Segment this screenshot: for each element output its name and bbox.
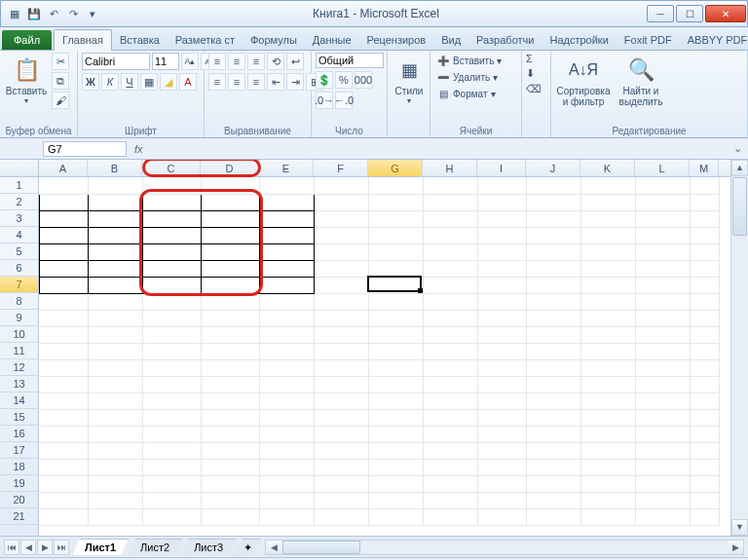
- name-box[interactable]: G7: [43, 141, 127, 157]
- worksheet[interactable]: ABCDEFGHIJKLM 12345678910111213141516171…: [0, 160, 748, 536]
- scroll-thumb[interactable]: [732, 177, 747, 236]
- align-middle-icon[interactable]: ≡: [228, 53, 245, 70]
- redo-icon[interactable]: ↷: [65, 6, 81, 21]
- file-tab[interactable]: Файл: [2, 30, 52, 50]
- tab-layout[interactable]: Разметка ст: [168, 30, 243, 50]
- format-painter-icon[interactable]: 🖌: [52, 92, 69, 109]
- wrap-text-icon[interactable]: ↩: [286, 53, 304, 70]
- autosum-icon[interactable]: Σ: [526, 53, 533, 64]
- align-right-icon[interactable]: ≡: [247, 73, 265, 91]
- undo-icon[interactable]: ↶: [46, 6, 61, 21]
- tab-home[interactable]: Главная: [54, 29, 112, 51]
- row-header-18[interactable]: 18: [0, 459, 38, 475]
- align-center-icon[interactable]: ≡: [228, 73, 245, 91]
- font-color-icon[interactable]: A: [179, 73, 197, 91]
- tab-insert[interactable]: Вставка: [112, 30, 168, 50]
- row-header-1[interactable]: 1: [0, 177, 38, 194]
- orientation-icon[interactable]: ⟲: [267, 53, 284, 70]
- col-header-M[interactable]: M: [690, 160, 719, 176]
- align-bottom-icon[interactable]: ≡: [247, 53, 265, 70]
- paste-button[interactable]: 📋 Вставить ▾: [4, 53, 49, 107]
- format-cells-button[interactable]: ▤Формат ▾: [434, 86, 498, 101]
- tab-foxit[interactable]: Foxit PDF: [617, 30, 680, 50]
- hscroll-thumb[interactable]: [282, 541, 360, 554]
- row-headers[interactable]: 123456789101112131415161718192021: [0, 177, 39, 536]
- bold-icon[interactable]: Ж: [82, 73, 99, 91]
- fill-icon[interactable]: ⬇: [526, 67, 535, 80]
- tab-review[interactable]: Рецензиров: [359, 30, 434, 50]
- row-header-21[interactable]: 21: [0, 508, 38, 525]
- sheet-tab-2[interactable]: Лист2: [128, 539, 182, 555]
- row-header-20[interactable]: 20: [0, 492, 38, 508]
- row-header-3[interactable]: 3: [0, 210, 38, 227]
- scroll-down-icon[interactable]: ▼: [731, 519, 748, 536]
- tab-view[interactable]: Вид: [433, 30, 468, 50]
- row-header-4[interactable]: 4: [0, 227, 38, 243]
- row-header-10[interactable]: 10: [0, 326, 38, 343]
- scroll-left-icon[interactable]: ◀: [266, 541, 281, 554]
- row-header-13[interactable]: 13: [0, 376, 38, 392]
- vertical-scrollbar[interactable]: ▲ ▼: [730, 160, 748, 536]
- row-header-6[interactable]: 6: [0, 260, 38, 277]
- row-header-15[interactable]: 15: [0, 409, 38, 426]
- insert-cells-button[interactable]: ➕Вставить ▾: [434, 53, 504, 68]
- align-top-icon[interactable]: ≡: [208, 53, 226, 70]
- sort-filter-button[interactable]: А↓Я Сортировка и фильтр: [555, 53, 612, 109]
- scroll-up-icon[interactable]: ▲: [731, 160, 748, 176]
- tab-prev-icon[interactable]: ◀: [20, 540, 36, 555]
- save-icon[interactable]: 💾: [26, 6, 42, 21]
- col-header-J[interactable]: J: [526, 160, 580, 176]
- col-header-G[interactable]: G: [368, 160, 423, 176]
- row-header-14[interactable]: 14: [0, 392, 38, 409]
- tab-formulas[interactable]: Формулы: [243, 30, 305, 50]
- delete-cells-button[interactable]: ➖Удалить ▾: [434, 69, 500, 85]
- horizontal-scrollbar[interactable]: ◀ ▶: [265, 540, 744, 555]
- col-header-C[interactable]: C: [142, 160, 201, 176]
- col-header-A[interactable]: A: [39, 160, 88, 176]
- sheet-tab-1[interactable]: Лист1: [72, 539, 129, 555]
- select-all-corner[interactable]: [0, 160, 39, 177]
- cell-grid[interactable]: [39, 177, 730, 536]
- row-header-19[interactable]: 19: [0, 475, 38, 492]
- fill-color-icon[interactable]: ◢: [160, 73, 177, 91]
- styles-button[interactable]: ▦ Стили ▾: [392, 53, 427, 107]
- indent-inc-icon[interactable]: ⇥: [286, 73, 304, 91]
- copy-icon[interactable]: ⧉: [52, 72, 69, 90]
- indent-dec-icon[interactable]: ⇤: [267, 73, 284, 91]
- qat-more-icon[interactable]: ▾: [85, 6, 100, 21]
- find-select-button[interactable]: 🔍 Найти и выделить: [615, 53, 667, 109]
- expand-formula-icon[interactable]: ⌄: [728, 142, 748, 155]
- tab-last-icon[interactable]: ⏭: [54, 540, 69, 555]
- row-header-5[interactable]: 5: [0, 243, 38, 260]
- font-name-combo[interactable]: [82, 53, 150, 70]
- row-header-16[interactable]: 16: [0, 426, 38, 442]
- tab-data[interactable]: Данные: [305, 30, 359, 50]
- comma-icon[interactable]: 000: [355, 71, 372, 89]
- italic-icon[interactable]: К: [101, 73, 119, 91]
- underline-icon[interactable]: Ч: [121, 73, 138, 91]
- minimize-button[interactable]: ─: [647, 5, 674, 22]
- cut-icon[interactable]: ✂: [52, 53, 69, 70]
- scroll-right-icon[interactable]: ▶: [728, 541, 743, 554]
- sheet-tab-3[interactable]: Лист3: [181, 539, 236, 555]
- percent-icon[interactable]: %: [335, 71, 353, 89]
- row-header-12[interactable]: 12: [0, 359, 38, 376]
- col-header-D[interactable]: D: [201, 160, 259, 176]
- col-header-F[interactable]: F: [314, 160, 368, 176]
- new-sheet-icon[interactable]: ✦: [235, 539, 261, 556]
- close-button[interactable]: ✕: [705, 5, 746, 22]
- col-header-E[interactable]: E: [259, 160, 314, 176]
- align-left-icon[interactable]: ≡: [208, 73, 226, 91]
- border-icon[interactable]: ▦: [140, 73, 158, 91]
- col-header-L[interactable]: L: [635, 160, 690, 176]
- col-header-I[interactable]: I: [477, 160, 526, 176]
- col-header-B[interactable]: B: [88, 160, 142, 176]
- increase-decimal-icon[interactable]: .0→: [316, 92, 333, 109]
- column-headers[interactable]: ABCDEFGHIJKLM: [39, 160, 730, 177]
- grow-font-icon[interactable]: A▴: [181, 53, 199, 70]
- row-header-11[interactable]: 11: [0, 343, 38, 359]
- clear-icon[interactable]: ⌫: [526, 83, 542, 95]
- currency-icon[interactable]: 💲: [316, 71, 333, 89]
- tab-abbyy[interactable]: ABBYY PDF T: [680, 30, 748, 50]
- row-header-9[interactable]: 9: [0, 310, 38, 326]
